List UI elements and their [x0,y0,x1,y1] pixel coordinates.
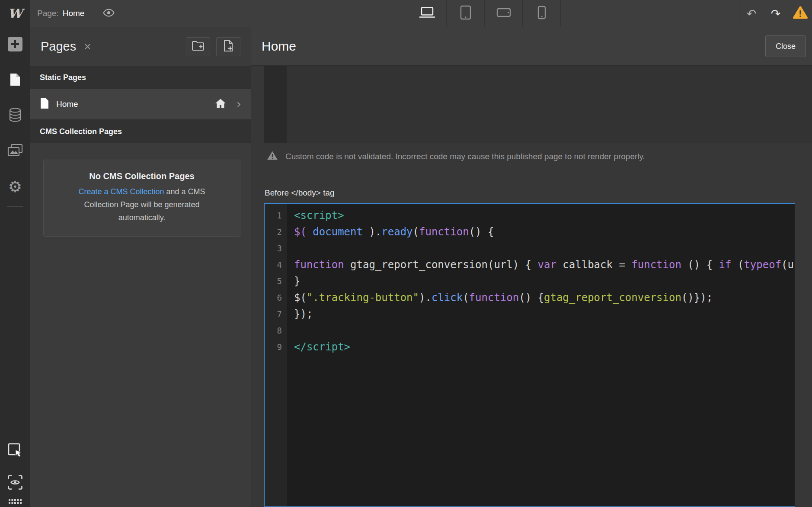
mobile-landscape-icon [496,8,511,19]
code-line[interactable]: <script> [294,207,795,224]
close-button[interactable]: Close [765,35,806,57]
code-token [307,226,313,238]
preview-eye-icon [7,475,23,492]
site-issues-button[interactable] [788,0,812,27]
static-pages-section-header: Static Pages [30,66,251,89]
code-line[interactable]: function gtag_report_conversion(url) { v… [294,257,795,273]
settings-panel-button[interactable]: ⚙ [0,169,30,205]
line-number: 4 [265,257,282,273]
preview-mode-button[interactable] [0,467,30,499]
page-row-home[interactable]: Home › [30,89,251,120]
chevron-right-icon[interactable]: › [233,98,241,110]
page-settings-header: Home Close [251,27,812,66]
code-token: gtag_report_conversion [544,292,681,304]
export-code-button[interactable] [0,435,30,467]
code-token: ready [381,226,412,238]
code-line[interactable] [294,322,795,339]
code-token: function [419,226,469,238]
webflow-logo-icon: W [8,6,22,21]
head-code-editor-partial[interactable] [264,66,812,143]
code-token: ( [731,259,744,271]
page-icon [10,73,21,88]
line-number: 7 [265,306,282,322]
breakpoint-switcher [408,0,561,27]
line-number: 5 [265,273,282,289]
code-line[interactable]: </script> [294,339,795,355]
page-settings-title: Home [262,39,765,54]
images-icon [7,144,23,159]
device-mobile-portrait-button[interactable] [522,0,560,27]
warning-triangle-icon [793,6,808,21]
left-toolbar: ⚙ [0,27,30,507]
device-desktop-button[interactable] [408,0,446,27]
rail-divider [7,206,23,207]
code-line[interactable]: $(".tracking-button").click(function() {… [294,289,795,306]
code-token: function [294,259,344,271]
page-label: Page: [37,9,59,18]
warning-icon [267,151,278,162]
cms-empty-container: No CMS Collection Pages Create a CMS Col… [30,143,251,237]
cms-empty-title: No CMS Collection Pages [56,171,228,181]
page-row-label: Home [56,99,208,109]
code-token: () { [519,292,544,304]
device-mobile-landscape-button[interactable] [484,0,522,27]
code-token: typeof [744,259,781,271]
code-token: callback = [556,259,631,271]
code-line[interactable]: $( document ).ready(function() { [294,224,795,240]
cms-collections-button[interactable] [0,98,30,134]
desktop-icon [418,6,436,20]
line-number: 2 [265,224,282,240]
code-token: }); [294,308,313,320]
database-icon [8,107,22,125]
line-number: 6 [265,289,282,306]
redo-button[interactable]: ↷ [764,0,788,27]
webflow-designer: W Page: Home [0,0,812,507]
panel-actions [186,37,240,56]
top-toolbar: W Page: Home [0,0,812,27]
before-body-code-editor[interactable]: 123456789 <script>$( document ).ready(fu… [264,203,795,507]
eye-icon [103,9,115,19]
code-token: ()}); [681,292,713,304]
pages-panel: Pages × Static Pages [30,27,251,507]
code-lines[interactable]: <script>$( document ).ready(function() {… [287,204,795,506]
create-cms-collection-link[interactable]: Create a CMS Collection [78,187,164,196]
code-token: ). [363,226,381,238]
preview-toggle-button[interactable] [95,0,123,27]
line-number: 3 [265,240,282,257]
page-file-icon [40,97,49,111]
line-number: 9 [265,339,282,355]
page-name: Home [63,9,85,18]
code-token: $( [294,292,307,304]
undo-button[interactable]: ↶ [739,0,764,27]
webflow-logo-button[interactable]: W [0,0,30,27]
current-page-indicator: Page: Home [30,0,95,27]
code-token: click [432,292,463,304]
line-number: 1 [265,207,282,224]
gear-icon: ⚙ [8,179,22,195]
assets-panel-button[interactable] [0,134,30,169]
pages-panel-button[interactable] [0,63,30,98]
page-settings-body: Custom code is not validated. Incorrect … [251,66,812,507]
add-folder-button[interactable] [186,37,210,56]
code-token: function [469,292,519,304]
add-page-button[interactable] [216,37,240,56]
code-line[interactable] [294,240,795,257]
code-token: function [631,259,681,271]
code-token: </script> [294,341,350,353]
mobile-portrait-icon [537,6,546,21]
code-token: () { [681,259,719,271]
panel-title: Pages [41,39,76,54]
workspace-row: ⚙ Pages × [0,27,812,507]
code-token: <script> [294,209,344,221]
validation-warning: Custom code is not validated. Incorrect … [267,151,645,162]
device-tablet-button[interactable] [446,0,484,27]
page-plus-icon [222,40,234,54]
code-token: ".tracking-button" [307,292,419,304]
toolbar-right-group: ↶ ↷ [739,0,812,27]
keyboard-grid-icon[interactable] [0,499,30,507]
cms-empty-text: Create a CMS Collection and a CMS Collec… [70,185,214,224]
code-line[interactable]: }); [294,306,795,322]
close-panel-icon[interactable]: × [84,41,91,53]
code-line[interactable]: } [294,273,795,289]
add-elements-button[interactable] [0,27,30,63]
